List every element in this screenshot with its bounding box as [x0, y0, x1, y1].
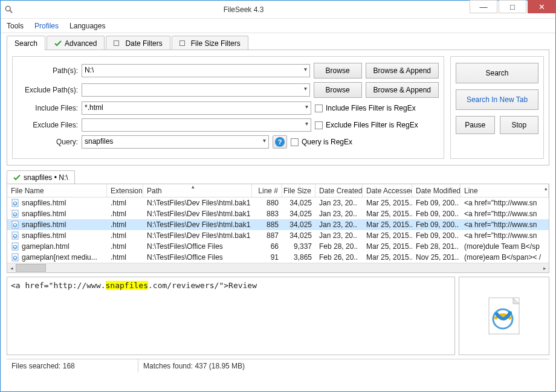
paths-browse-button[interactable]: Browse: [314, 63, 362, 79]
maximize-button[interactable]: □: [499, 0, 526, 13]
paths-combo[interactable]: N:\: [82, 64, 310, 77]
col-date-created[interactable]: Date Created: [315, 184, 363, 197]
window-title: FileSeek 4.3: [18, 5, 470, 14]
query-regex-checkbox[interactable]: [291, 138, 299, 146]
help-icon: ?: [275, 137, 285, 147]
table-row[interactable]: snapfiles.html.htmlN:\TestFiles\Dev File…: [7, 219, 549, 230]
table-row[interactable]: snapfiles.html.htmlN:\TestFiles\Dev File…: [7, 208, 549, 219]
status-files-searched: Files searched: 168: [7, 359, 138, 372]
file-icon: [11, 210, 19, 218]
col-path[interactable]: Path: [143, 184, 252, 197]
window-controls: — □ ✕: [470, 1, 555, 18]
sort-asc-icon: ▴: [192, 184, 195, 190]
tab-search-label: Search: [15, 39, 37, 48]
svg-point-0: [5, 6, 10, 11]
tab-search[interactable]: Search: [7, 36, 45, 50]
paths-browse-append-button[interactable]: Browse & Append: [366, 63, 439, 79]
menu-tools[interactable]: Tools: [7, 22, 24, 30]
table-row[interactable]: gameplan.html.htmlN:\TestFiles\Office Fi…: [7, 241, 549, 252]
option-tabs: Search Advanced Date Filters File Size F…: [7, 36, 549, 50]
table-row[interactable]: snapfiles.html.htmlN:\TestFiles\Dev File…: [7, 198, 549, 208]
table-header: File Name Extension Path Line # File Siz…: [7, 184, 549, 198]
table-row[interactable]: snapfiles.html.htmlN:\TestFiles\Dev File…: [7, 230, 549, 241]
results-table: File Name Extension Path Line # File Siz…: [7, 184, 549, 273]
table-body: snapfiles.html.htmlN:\TestFiles\Dev File…: [7, 198, 549, 263]
file-icon: [11, 220, 19, 229]
include-regex-label: Include Files Filter is RegEx: [326, 104, 416, 112]
exclude-regex-checkbox[interactable]: [315, 121, 323, 129]
file-icon: [11, 199, 19, 207]
action-panel: Search Search In New Tab Pause Stop: [450, 56, 544, 159]
search-form: Path(s): N:\ Browse Browse & Append Excl…: [12, 56, 444, 159]
preview-thumbnail: [459, 277, 549, 355]
stop-button[interactable]: Stop: [500, 116, 539, 134]
statusbar: Files searched: 168 Matches found: 437 (…: [7, 359, 549, 372]
preview-text: <a href="http://www.snapfiles.com/review…: [7, 277, 455, 355]
search-button[interactable]: Search: [456, 63, 538, 83]
horizontal-scrollbar[interactable]: ◂ ▸: [7, 263, 549, 272]
status-matches-found: Matches found: 437 (18.95 MB): [138, 359, 250, 372]
titlebar: FileSeek 4.3 — □ ✕: [1, 1, 555, 19]
search-new-tab-button[interactable]: Search In New Tab: [456, 89, 538, 110]
html-file-icon: [483, 295, 525, 337]
menu-profiles[interactable]: Profiles: [34, 22, 59, 30]
tab-date-filters[interactable]: Date Filters: [106, 36, 170, 50]
col-filename[interactable]: File Name: [7, 184, 107, 197]
top-panel: Path(s): N:\ Browse Browse & Append Excl…: [7, 50, 549, 165]
exclude-regex-label: Exclude Files Filter is RegEx: [326, 121, 418, 129]
preview-pre: <a href="http://www.: [11, 281, 106, 290]
result-tabs: snapfiles • N:\: [7, 170, 549, 184]
file-icon: [11, 253, 19, 262]
col-date-modified[interactable]: Date Modified: [412, 184, 461, 197]
exclude-files-label: Exclude Files:: [18, 121, 78, 129]
close-button[interactable]: ✕: [528, 0, 555, 13]
tab-filesize-filters-label: File Size Filters: [191, 39, 241, 48]
svg-line-1: [10, 10, 12, 13]
exclude-paths-label: Exclude Path(s):: [18, 86, 78, 94]
check-icon: [54, 40, 62, 47]
tab-advanced[interactable]: Advanced: [47, 36, 105, 50]
pause-button[interactable]: Pause: [456, 116, 495, 134]
exclude-paths-combo[interactable]: [82, 83, 310, 97]
menu-languages[interactable]: Languages: [70, 22, 105, 30]
query-regex-label: Query is RegEx: [302, 138, 352, 146]
scroll-left-icon[interactable]: ◂: [7, 263, 16, 272]
content-area: Search Advanced Date Filters File Size F…: [1, 33, 555, 391]
preview-row: <a href="http://www.snapfiles.com/review…: [7, 277, 549, 355]
include-files-combo[interactable]: *.html: [82, 101, 311, 115]
col-extension[interactable]: Extension: [107, 184, 143, 197]
app-icon: [4, 5, 14, 14]
query-label: Query:: [18, 138, 78, 146]
menubar: Tools Profiles Languages: [1, 19, 555, 33]
col-date-accessed[interactable]: Date Accessed: [363, 184, 412, 197]
query-combo[interactable]: snapfiles: [82, 135, 269, 149]
square-icon: [179, 40, 185, 46]
scrollbar-thumb[interactable]: [16, 264, 46, 272]
table-row[interactable]: gameplan[next mediu....htmlN:\TestFiles\…: [7, 252, 549, 263]
col-filesize[interactable]: File Size: [282, 184, 315, 197]
result-tab[interactable]: snapfiles • N:\: [7, 170, 75, 184]
scroll-right-icon[interactable]: ▸: [540, 263, 549, 272]
paths-label: Path(s):: [18, 66, 78, 75]
col-line-number[interactable]: Line #: [252, 184, 282, 197]
col-line[interactable]: Line: [461, 184, 549, 197]
exclude-paths-browse-button[interactable]: Browse: [314, 82, 362, 98]
check-icon: [13, 174, 21, 181]
scroll-up-icon[interactable]: ▴: [545, 185, 548, 191]
app-window: FileSeek 4.3 — □ ✕ Tools Profiles Langua…: [0, 0, 556, 392]
square-icon: [114, 40, 119, 46]
exclude-files-combo[interactable]: [82, 118, 311, 132]
query-help-button[interactable]: ?: [273, 135, 287, 149]
tab-advanced-label: Advanced: [65, 39, 97, 48]
preview-post: .com/reviewers/">Review: [148, 281, 257, 290]
file-icon: [11, 242, 19, 251]
minimize-button[interactable]: —: [470, 0, 497, 13]
include-regex-checkbox[interactable]: [315, 104, 323, 112]
tab-filesize-filters[interactable]: File Size Filters: [172, 36, 248, 50]
exclude-paths-browse-append-button[interactable]: Browse & Append: [366, 82, 439, 98]
result-tab-label: snapfiles • N:\: [24, 173, 68, 182]
file-icon: [11, 231, 19, 240]
include-files-label: Include Files:: [18, 104, 78, 112]
preview-match: snapfiles: [106, 281, 148, 290]
tab-date-filters-label: Date Filters: [125, 39, 162, 48]
